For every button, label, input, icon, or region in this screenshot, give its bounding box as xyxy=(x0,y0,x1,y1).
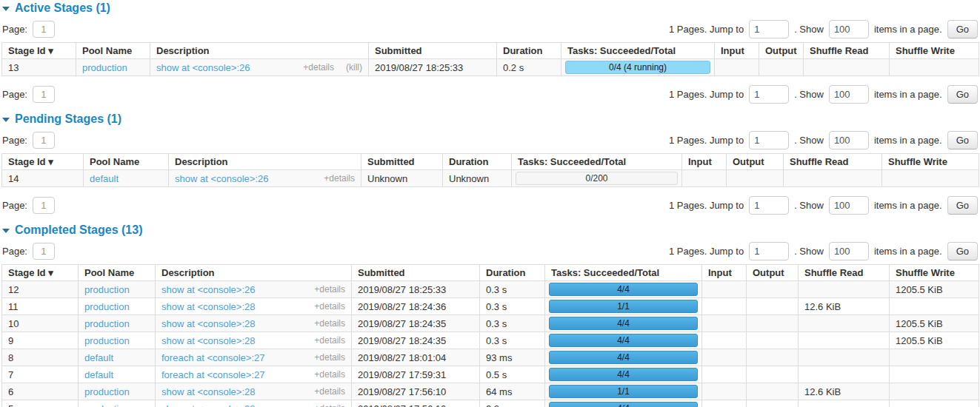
column-header-tasks[interactable]: Tasks: Succeeded/Total xyxy=(545,265,702,281)
go-button[interactable]: Go xyxy=(947,242,978,260)
column-header-submitted[interactable]: Submitted xyxy=(369,43,497,59)
pool-name-link[interactable]: production xyxy=(82,62,127,73)
column-header-submitted[interactable]: Submitted xyxy=(352,265,480,281)
column-header-tasks[interactable]: Tasks: Succeeded/Total xyxy=(561,43,715,59)
column-header-pool-name[interactable]: Pool Name xyxy=(84,154,169,170)
show-count-input[interactable] xyxy=(829,242,869,260)
pool-name-link[interactable]: production xyxy=(84,386,130,397)
column-header-duration[interactable]: Duration xyxy=(497,43,561,59)
kill-link[interactable]: (kill) xyxy=(346,62,362,73)
pool-name-cell: production xyxy=(79,315,156,332)
column-header-stage-id[interactable]: Stage Id ▾ xyxy=(2,154,84,170)
column-header-output[interactable]: Output xyxy=(727,154,784,170)
page-input[interactable] xyxy=(33,197,55,214)
description-link[interactable]: show at <console>:28 xyxy=(161,386,255,397)
column-header-stage-id[interactable]: Stage Id ▾ xyxy=(2,43,76,59)
details-link[interactable]: +details xyxy=(324,173,355,184)
show-count-input[interactable] xyxy=(829,131,869,149)
column-header-description[interactable]: Description xyxy=(156,265,352,281)
column-header-description[interactable]: Description xyxy=(169,154,361,170)
go-button[interactable]: Go xyxy=(947,85,978,104)
column-header-duration[interactable]: Duration xyxy=(480,265,545,281)
show-count-input[interactable] xyxy=(829,196,869,215)
output-cell xyxy=(747,332,799,349)
details-link[interactable]: +details xyxy=(314,318,345,329)
show-count-input[interactable] xyxy=(829,20,869,38)
description-link[interactable]: show at <console>:28 xyxy=(161,318,255,329)
jump-to-input[interactable] xyxy=(749,85,789,104)
tasks-cell: 1/1 xyxy=(545,383,702,400)
section-heading-pending-stages[interactable]: Pending Stages (1) xyxy=(2,112,979,126)
tasks-cell: 0/200 xyxy=(512,170,682,187)
pool-name-link[interactable]: production xyxy=(84,335,130,346)
description-link[interactable]: show at <console>:26 xyxy=(175,173,268,184)
jump-to-input[interactable] xyxy=(749,196,789,215)
pool-name-link[interactable]: production xyxy=(84,318,130,329)
show-count-input[interactable] xyxy=(829,85,869,104)
show-label: . Show xyxy=(794,246,824,257)
column-header-shuffle-read[interactable]: Shuffle Read xyxy=(799,265,890,281)
pages-count-label: 1 Pages. Jump to xyxy=(669,200,744,211)
description-link[interactable]: show at <console>:26 xyxy=(161,284,255,295)
column-header-input[interactable]: Input xyxy=(682,154,727,170)
page-input[interactable] xyxy=(33,86,55,103)
jump-to-input[interactable] xyxy=(749,20,789,38)
column-header-input[interactable]: Input xyxy=(702,265,747,281)
column-header-pool-name[interactable]: Pool Name xyxy=(79,265,156,281)
column-header-shuffle-read[interactable]: Shuffle Read xyxy=(784,154,882,170)
column-header-shuffle-write[interactable]: Shuffle Write xyxy=(890,265,979,281)
table-row: 10productionshow at <console>:28+details… xyxy=(2,315,979,332)
column-header-tasks[interactable]: Tasks: Succeeded/Total xyxy=(512,154,682,170)
details-link[interactable]: +details xyxy=(314,335,345,346)
section-heading-completed-stages[interactable]: Completed Stages (13) xyxy=(2,223,979,237)
column-header-stage-id[interactable]: Stage Id ▾ xyxy=(2,265,79,281)
duration-cell: Unknown xyxy=(443,170,512,187)
description-link[interactable]: show at <console>:28 xyxy=(161,403,255,407)
pagination-row: Page:1 Pages. Jump to. Showitems in a pa… xyxy=(2,196,978,215)
stage-id-cell: 12 xyxy=(2,281,79,298)
details-link[interactable]: +details xyxy=(314,403,345,407)
go-button[interactable]: Go xyxy=(947,196,978,215)
column-header-duration[interactable]: Duration xyxy=(443,154,512,170)
page-input[interactable] xyxy=(33,132,55,149)
pages-count-label: 1 Pages. Jump to xyxy=(669,24,744,35)
pool-name-link[interactable]: production xyxy=(84,284,130,295)
details-link[interactable]: +details xyxy=(314,301,345,312)
pool-name-link[interactable]: production xyxy=(84,301,130,312)
column-header-shuffle-write[interactable]: Shuffle Write xyxy=(890,43,979,59)
tasks-progress-bar: 0/4 (4 running) xyxy=(565,61,710,74)
table-row: 13productionshow at <console>:26+details… xyxy=(2,59,979,76)
details-link[interactable]: +details xyxy=(314,369,345,380)
pool-name-link[interactable]: default xyxy=(90,173,119,184)
page-input[interactable] xyxy=(33,21,55,38)
description-link[interactable]: show at <console>:28 xyxy=(161,335,255,346)
column-header-pool-name[interactable]: Pool Name xyxy=(76,43,150,59)
go-button[interactable]: Go xyxy=(947,131,978,149)
column-header-shuffle-read[interactable]: Shuffle Read xyxy=(804,43,890,59)
column-header-shuffle-write[interactable]: Shuffle Write xyxy=(882,154,979,170)
pool-name-link[interactable]: default xyxy=(84,369,113,380)
details-link[interactable]: +details xyxy=(303,62,334,73)
go-button[interactable]: Go xyxy=(947,20,978,38)
column-header-submitted[interactable]: Submitted xyxy=(361,154,443,170)
page-jump-controls: 1 Pages. Jump to. Showitems in a page.Go xyxy=(669,196,978,215)
page-input[interactable] xyxy=(33,243,55,260)
description-link[interactable]: foreach at <console>:27 xyxy=(161,352,265,363)
description-link[interactable]: foreach at <console>:27 xyxy=(161,369,265,380)
pool-name-link[interactable]: default xyxy=(84,352,113,363)
section-heading-active-stages[interactable]: Active Stages (1) xyxy=(2,1,979,15)
column-header-description[interactable]: Description xyxy=(150,43,369,59)
jump-to-input[interactable] xyxy=(749,242,789,260)
details-link[interactable]: +details xyxy=(314,352,345,363)
description-cell: foreach at <console>:27+details xyxy=(156,349,352,366)
column-header-output[interactable]: Output xyxy=(747,265,799,281)
pool-name-link[interactable]: production xyxy=(84,403,130,407)
details-link[interactable]: +details xyxy=(314,284,345,295)
pool-name-cell: default xyxy=(79,366,156,383)
details-link[interactable]: +details xyxy=(314,386,345,397)
description-link[interactable]: show at <console>:26 xyxy=(156,62,250,73)
column-header-output[interactable]: Output xyxy=(759,43,804,59)
column-header-input[interactable]: Input xyxy=(715,43,759,59)
description-link[interactable]: show at <console>:28 xyxy=(161,301,255,312)
jump-to-input[interactable] xyxy=(749,131,789,149)
